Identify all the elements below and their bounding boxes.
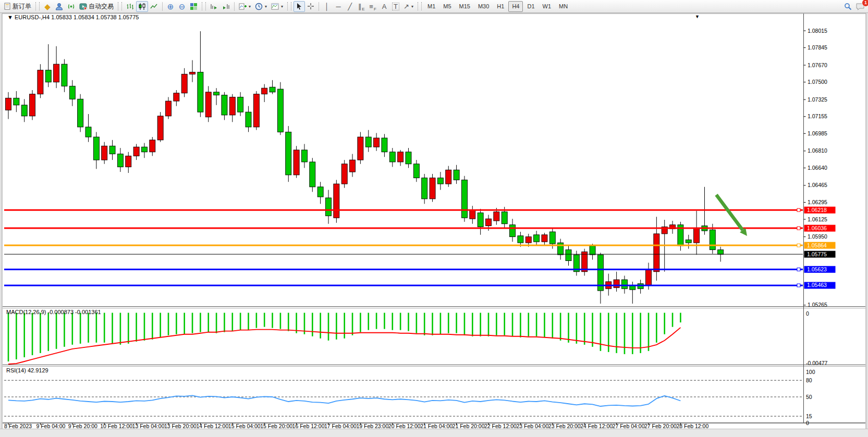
search-button[interactable]: [842, 1, 854, 12]
candle-body: [174, 93, 179, 101]
line-handle[interactable]: [797, 227, 800, 230]
candle-body: [398, 152, 404, 162]
notifications-button[interactable]: 1: [854, 1, 866, 12]
timeframe-W1[interactable]: W1: [539, 1, 555, 12]
timeframe-M1[interactable]: M1: [424, 1, 439, 12]
line-handle[interactable]: [797, 244, 800, 247]
notification-badge: 1: [862, 0, 868, 7]
new-order-button[interactable]: 新订单: [2, 1, 33, 12]
candle-body: [301, 150, 307, 162]
cursor-tool-button[interactable]: [294, 1, 305, 12]
fibonacci-tool-button[interactable]: ≡F: [367, 1, 378, 12]
vertical-line-tool-button[interactable]: │: [321, 1, 333, 12]
timeframe-MN[interactable]: MN: [555, 1, 571, 12]
template-button[interactable]: ▾: [269, 1, 285, 12]
text-label-tool-button[interactable]: T: [390, 1, 401, 12]
candle-body: [389, 152, 395, 162]
channel-tool-button[interactable]: ∥E: [356, 1, 367, 12]
text-tool-icon: A: [382, 3, 387, 10]
auto-scroll-button[interactable]: [208, 1, 220, 12]
candle-body: [525, 237, 531, 243]
search-icon: [844, 3, 852, 10]
dropdown-caret-icon: ▾: [249, 4, 251, 9]
shapes-tool-button[interactable]: ↗▾: [401, 1, 415, 12]
scroll-marker-icon: ▼: [695, 14, 700, 19]
chart-shift-button[interactable]: [220, 1, 232, 12]
candle-body: [262, 88, 267, 94]
candlestick-chart-button[interactable]: [136, 1, 148, 12]
candle-body: [694, 228, 700, 243]
zoom-in-icon: ⊕: [167, 3, 174, 10]
zoom-in-button[interactable]: ⊕: [165, 1, 176, 12]
candle-body: [150, 140, 155, 152]
chart-template-icon: [271, 3, 279, 10]
timeframe-H4[interactable]: H4: [508, 1, 523, 12]
price-tick-label: 1.07325: [808, 96, 827, 103]
timeframe-M15[interactable]: M15: [456, 1, 474, 12]
candle-body: [494, 212, 499, 221]
timeframe-M30[interactable]: M30: [474, 1, 493, 12]
add-indicator-button[interactable]: ▾: [237, 1, 253, 12]
new-order-label: 新订单: [13, 2, 31, 11]
candle-body: [334, 184, 339, 218]
auto-trading-label: 自动交易: [89, 2, 114, 11]
rsi-label: RSI(14) 42.9129: [6, 367, 48, 373]
price-tick-label: 1.06465: [808, 182, 827, 188]
timeframe-D1[interactable]: D1: [523, 1, 538, 12]
status-bar: [0, 429, 868, 437]
candle-body: [6, 98, 11, 110]
trendline-tool-button[interactable]: ╱: [344, 1, 356, 12]
candle-body: [190, 72, 195, 74]
horizontal-line-tool-button[interactable]: ─: [333, 1, 344, 12]
timeframe-H1[interactable]: H1: [493, 1, 508, 12]
price-tick-label: 1.07155: [808, 113, 827, 119]
candle-body: [502, 212, 507, 224]
candle-body: [422, 178, 427, 199]
candle-body: [518, 236, 523, 243]
line-handle[interactable]: [797, 268, 800, 271]
signals-button[interactable]: [65, 1, 77, 12]
candle-body: [45, 70, 51, 82]
candlestick-chart-icon: [138, 3, 146, 10]
candle-body: [630, 285, 635, 290]
candle-body: [413, 164, 419, 178]
candle-body: [54, 64, 59, 82]
auto-trading-button[interactable]: 自动交易: [77, 1, 116, 12]
auto-trading-icon: [79, 3, 87, 10]
candle-body: [374, 138, 380, 147]
crosshair-icon: [307, 3, 314, 10]
rsi-axis-label: 50: [806, 394, 812, 400]
price-tick-label: 1.06640: [808, 165, 827, 171]
candle-body: [718, 249, 724, 254]
rsi-axis-label: 0: [806, 420, 809, 426]
profile-button[interactable]: [53, 1, 65, 12]
line-handle[interactable]: [797, 284, 800, 287]
candle-body: [566, 249, 571, 260]
bar-chart-button[interactable]: [124, 1, 136, 12]
period-button[interactable]: ▾: [253, 1, 269, 12]
timeframe-group: M1M5M15M30H1H4D1W1MN: [424, 1, 571, 12]
crosshair-tool-button[interactable]: [305, 1, 316, 12]
price-badge-label: 1.05775: [807, 251, 827, 257]
candle-body: [62, 64, 67, 86]
candle-body: [317, 187, 323, 197]
candle-body: [310, 162, 315, 187]
candle-body: [30, 94, 35, 116]
price-tick-label: 1.07670: [808, 62, 827, 68]
candle-body: [93, 137, 99, 160]
candle-body: [102, 146, 107, 160]
text-tool-button[interactable]: A: [378, 1, 390, 12]
candle-body: [710, 230, 715, 249]
candle-body: [542, 235, 547, 242]
candle-body: [446, 170, 451, 184]
timeframe-M5[interactable]: M5: [439, 1, 455, 12]
line-chart-button[interactable]: [148, 1, 160, 12]
cursor-icon: [296, 3, 303, 10]
quotes-button[interactable]: ◆: [42, 1, 53, 12]
zoom-out-button[interactable]: ⊖: [176, 1, 188, 12]
price-chart[interactable]: ▼ EURUSD-,H4 1.05833 1.05834 1.05738 1.0…: [0, 0, 868, 437]
horizontal-line-icon: ─: [336, 3, 340, 10]
candle-body: [590, 246, 595, 255]
line-handle[interactable]: [797, 208, 800, 211]
tile-windows-button[interactable]: [188, 1, 200, 12]
